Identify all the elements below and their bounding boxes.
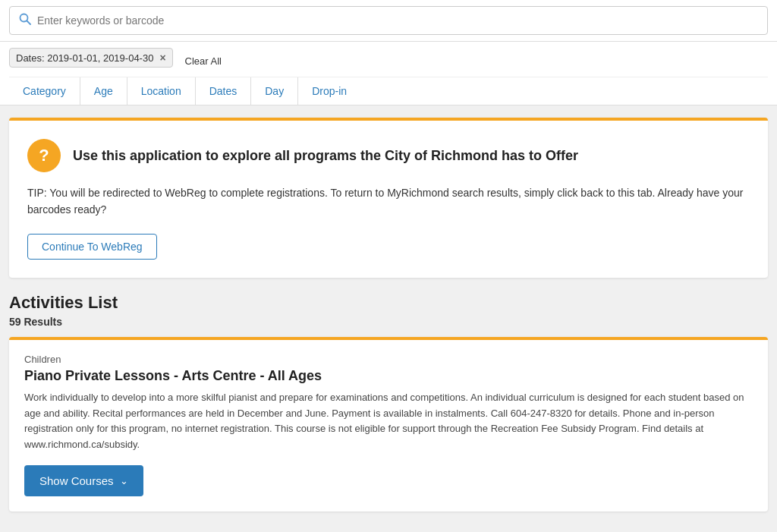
clear-all-button[interactable]: Clear All (181, 52, 226, 70)
date-filter-label: Dates: 2019-01-01, 2019-04-30 (16, 52, 153, 64)
filter-bar: Dates: 2019-01-01, 2019-04-30 × Clear Al… (0, 42, 777, 105)
tab-day[interactable]: Day (251, 77, 298, 105)
show-courses-button[interactable]: Show Courses ⌄ (24, 465, 143, 496)
activity-name: Piano Private Lessons - Arts Centre - Al… (24, 368, 753, 384)
tab-location[interactable]: Location (127, 77, 196, 105)
activity-category: Children (24, 354, 753, 365)
filter-tabs: Category Age Location Dates Day Drop-in (9, 77, 768, 105)
show-courses-label: Show Courses (39, 474, 114, 487)
continue-to-webreg-button[interactable]: Continue To WebReg (27, 234, 157, 260)
search-bar-container (0, 0, 777, 42)
search-input[interactable] (37, 14, 758, 27)
info-card-title: Use this application to explore all prog… (73, 148, 578, 164)
tab-category[interactable]: Category (9, 77, 80, 105)
tab-dates[interactable]: Dates (196, 77, 252, 105)
active-filters-row: Dates: 2019-01-01, 2019-04-30 × Clear Al… (9, 48, 768, 74)
activity-card: Children Piano Private Lessons - Arts Ce… (9, 337, 768, 512)
main-content: ? Use this application to explore all pr… (0, 105, 777, 524)
activities-title: Activities List (9, 293, 768, 313)
search-bar (9, 6, 768, 35)
info-card-header: ? Use this application to explore all pr… (27, 139, 750, 172)
activities-section: Activities List 59 Results Children Pian… (9, 293, 768, 512)
tab-age[interactable]: Age (80, 77, 127, 105)
results-count: 59 Results (9, 316, 768, 328)
info-card-tip: TIP: You will be redirected to WebReg to… (27, 184, 750, 219)
chevron-down-icon: ⌄ (120, 475, 128, 486)
svg-line-1 (27, 21, 31, 25)
question-icon: ? (27, 139, 61, 172)
tab-dropin[interactable]: Drop-in (298, 77, 360, 105)
date-filter-chip: Dates: 2019-01-01, 2019-04-30 × (9, 48, 173, 68)
date-filter-close-icon[interactable]: × (159, 52, 165, 64)
search-icon (19, 13, 31, 28)
info-card: ? Use this application to explore all pr… (9, 118, 768, 278)
activity-description: Work individually to develop into a more… (24, 390, 753, 453)
